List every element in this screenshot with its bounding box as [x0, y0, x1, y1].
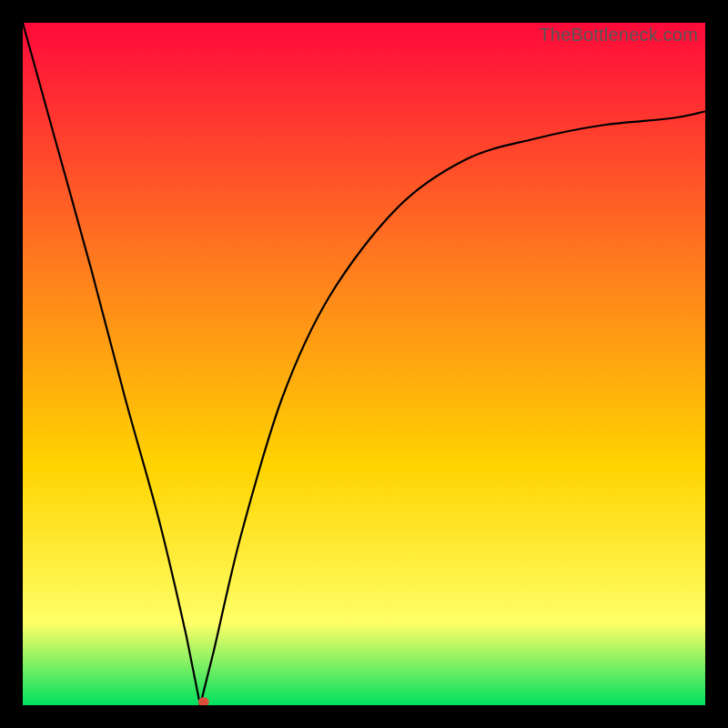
chart-frame: TheBottleneck.com	[0, 0, 728, 728]
chart-svg	[23, 23, 705, 705]
watermark-text: TheBottleneck.com	[539, 25, 698, 46]
plot-area: TheBottleneck.com	[23, 23, 705, 705]
